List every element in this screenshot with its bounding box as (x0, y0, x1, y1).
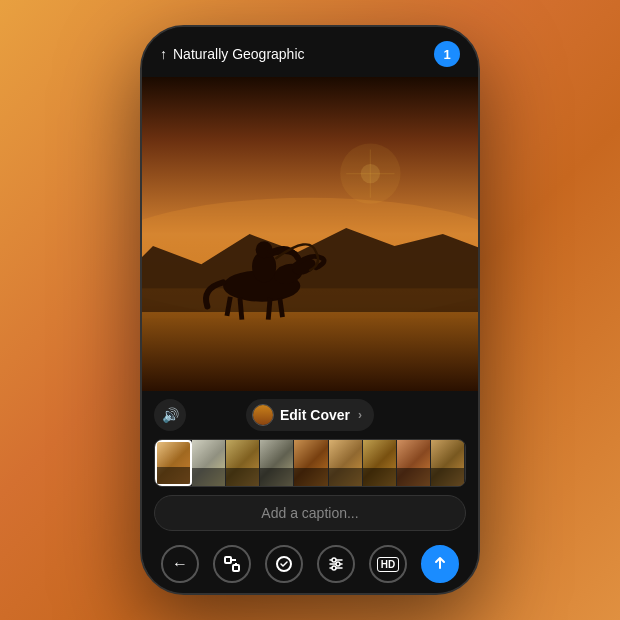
chevron-right-icon: › (358, 408, 362, 422)
thumbnail-item[interactable] (226, 440, 260, 486)
controls-area: 🔊 Edit Cover › (142, 391, 478, 539)
sound-icon: 🔊 (162, 407, 179, 423)
thumbnail-item[interactable] (397, 440, 431, 486)
phone-frame: ↑ Naturally Geographic 1 (140, 25, 480, 595)
caption-input[interactable]: Add a caption... (154, 495, 466, 531)
share-icon (431, 555, 449, 573)
svg-rect-20 (233, 565, 239, 571)
back-arrow-icon: ↑ (160, 46, 167, 62)
page-title: Naturally Geographic (173, 46, 305, 62)
video-landscape-svg (142, 77, 478, 391)
bottom-toolbar: ← (142, 539, 478, 593)
phone-inner: ↑ Naturally Geographic 1 (142, 27, 478, 593)
sound-button[interactable]: 🔊 (154, 399, 186, 431)
crop-icon (223, 555, 241, 573)
hd-label: HD (377, 557, 399, 572)
svg-point-28 (336, 562, 340, 566)
back-title[interactable]: ↑ Naturally Geographic (160, 46, 305, 62)
video-container[interactable] (142, 77, 478, 391)
crop-button[interactable] (213, 545, 251, 583)
svg-point-27 (332, 558, 336, 562)
hd-button[interactable]: HD (369, 545, 407, 583)
edit-cover-label: Edit Cover (280, 407, 350, 423)
edit-row: 🔊 Edit Cover › (154, 399, 466, 431)
thumbnail-item[interactable] (260, 440, 294, 486)
svg-point-29 (332, 566, 336, 570)
share-button[interactable] (421, 545, 459, 583)
edit-cover-button[interactable]: Edit Cover › (246, 399, 374, 431)
top-bar: ↑ Naturally Geographic 1 (142, 27, 478, 77)
thumbnail-strip[interactable] (154, 439, 466, 487)
edit-button[interactable] (265, 545, 303, 583)
notification-badge[interactable]: 1 (434, 41, 460, 67)
thumbnail-item[interactable] (363, 440, 397, 486)
cover-thumbnail (252, 404, 274, 426)
thumbnail-item[interactable] (294, 440, 328, 486)
thumbnail-item[interactable] (192, 440, 226, 486)
pen-icon (275, 555, 293, 573)
adjust-button[interactable] (317, 545, 355, 583)
back-button[interactable]: ← (161, 545, 199, 583)
back-icon: ← (172, 555, 188, 573)
thumbnail-item[interactable] (329, 440, 363, 486)
svg-rect-5 (142, 288, 478, 318)
svg-rect-3 (142, 313, 478, 392)
thumbnail-item[interactable] (155, 440, 192, 486)
thumbnail-item[interactable] (431, 440, 465, 486)
adjust-icon (327, 555, 345, 573)
svg-rect-19 (225, 557, 231, 563)
